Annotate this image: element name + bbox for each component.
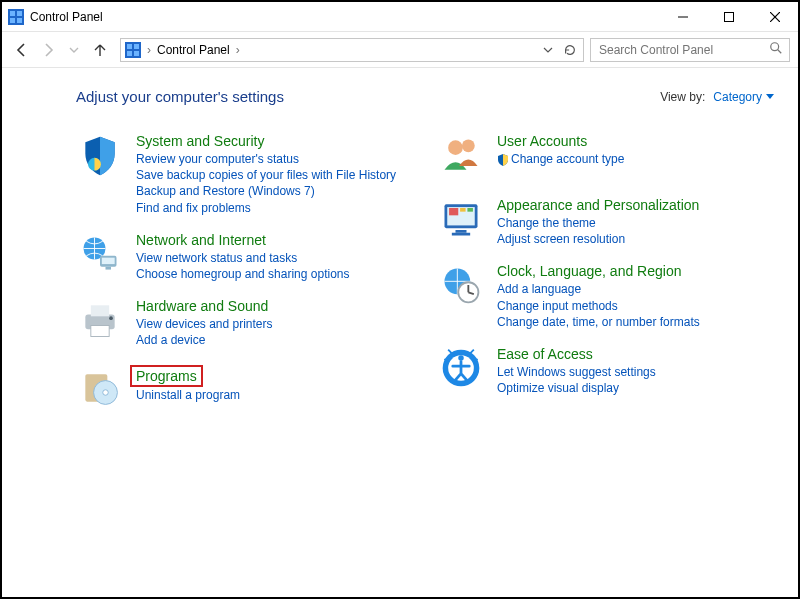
right-column: User Accounts Change account type Appear…	[437, 133, 774, 429]
category-link[interactable]: Add a language	[497, 281, 774, 297]
category-link[interactable]: Save backup copies of your files with Fi…	[136, 167, 413, 183]
back-button[interactable]	[10, 38, 34, 62]
search-icon	[769, 41, 783, 58]
category-link[interactable]: Review your computer's status	[136, 151, 413, 167]
people-icon	[437, 133, 485, 181]
window-title: Control Panel	[30, 10, 103, 24]
svg-rect-22	[91, 305, 109, 316]
category-link[interactable]: Change input methods	[497, 298, 774, 314]
category-title[interactable]: User Accounts	[497, 133, 587, 149]
shield-icon	[76, 133, 124, 181]
maximize-button[interactable]	[706, 2, 752, 32]
printer-icon	[76, 298, 124, 346]
category-title[interactable]: Programs	[136, 368, 197, 384]
titlebar: Control Panel	[2, 2, 798, 32]
category-programs: Programs Uninstall a program	[76, 365, 413, 413]
category-title[interactable]: Hardware and Sound	[136, 298, 268, 314]
refresh-button[interactable]	[561, 43, 579, 57]
category-link[interactable]: View network status and tasks	[136, 250, 413, 266]
svg-rect-2	[17, 11, 22, 16]
category-link[interactable]: Optimize visual display	[497, 380, 774, 396]
address-bar[interactable]: › Control Panel ›	[120, 38, 584, 62]
ease-of-access-icon	[437, 346, 485, 394]
category-link[interactable]: Uninstall a program	[136, 387, 413, 403]
svg-rect-34	[449, 208, 458, 215]
svg-rect-20	[106, 267, 112, 270]
search-input[interactable]	[597, 42, 765, 58]
uac-shield-icon	[497, 154, 509, 166]
control-panel-crumb-icon	[125, 42, 141, 58]
svg-rect-3	[10, 18, 15, 23]
svg-rect-36	[467, 208, 473, 212]
view-by-label: View by:	[660, 90, 705, 104]
category-title[interactable]: Network and Internet	[136, 232, 266, 248]
category-link[interactable]: Change date, time, or number formats	[497, 314, 774, 330]
view-by-dropdown[interactable]: Category	[713, 90, 774, 104]
svg-rect-1	[10, 11, 15, 16]
category-system-security: System and Security Review your computer…	[76, 133, 413, 216]
svg-line-15	[778, 50, 782, 54]
category-link[interactable]: Find and fix problems	[136, 200, 413, 216]
category-link[interactable]: Change the theme	[497, 215, 774, 231]
category-user-accounts: User Accounts Change account type	[437, 133, 774, 181]
category-link[interactable]: View devices and printers	[136, 316, 413, 332]
svg-rect-33	[452, 233, 470, 236]
monitor-theme-icon	[437, 197, 485, 245]
category-network-internet: Network and Internet View network status…	[76, 232, 413, 282]
svg-point-14	[771, 43, 779, 51]
breadcrumb-separator: ›	[145, 43, 153, 57]
forward-button[interactable]	[36, 38, 60, 62]
recent-locations-button[interactable]	[62, 38, 86, 62]
clock-globe-icon	[437, 263, 485, 311]
category-clock-language-region: Clock, Language, and Region Add a langua…	[437, 263, 774, 330]
svg-point-29	[462, 139, 475, 152]
svg-point-27	[103, 389, 109, 395]
svg-point-24	[109, 316, 113, 320]
svg-point-43	[458, 355, 464, 361]
category-link[interactable]: Let Windows suggest settings	[497, 364, 774, 380]
control-panel-icon	[8, 9, 24, 25]
heading-row: Adjust your computer's settings View by:…	[76, 88, 774, 105]
category-hardware-sound: Hardware and Sound View devices and prin…	[76, 298, 413, 348]
category-title[interactable]: Ease of Access	[497, 346, 593, 362]
breadcrumb-separator: ›	[234, 43, 242, 57]
svg-rect-23	[91, 326, 109, 337]
minimize-button[interactable]	[660, 2, 706, 32]
search-box[interactable]	[590, 38, 790, 62]
svg-point-28	[448, 140, 463, 155]
disc-box-icon	[76, 365, 124, 413]
category-link[interactable]: Adjust screen resolution	[497, 231, 774, 247]
svg-rect-12	[127, 51, 132, 56]
close-button[interactable]	[752, 2, 798, 32]
category-link[interactable]: Add a device	[136, 332, 413, 348]
content-area: Adjust your computer's settings View by:…	[2, 68, 798, 429]
svg-rect-13	[134, 51, 139, 56]
svg-rect-35	[460, 208, 466, 212]
category-title[interactable]: Clock, Language, and Region	[497, 263, 681, 279]
view-by-value: Category	[713, 90, 762, 104]
svg-rect-4	[17, 18, 22, 23]
category-link[interactable]: Change account type	[497, 151, 774, 167]
breadcrumb-item[interactable]: Control Panel	[157, 43, 230, 57]
category-title[interactable]: System and Security	[136, 133, 264, 149]
category-link[interactable]: Backup and Restore (Windows 7)	[136, 183, 413, 199]
navigation-row: › Control Panel ›	[2, 32, 798, 68]
globe-network-icon	[76, 232, 124, 280]
svg-rect-6	[725, 12, 734, 21]
svg-rect-10	[127, 44, 132, 49]
category-ease-of-access: Ease of Access Let Windows suggest setti…	[437, 346, 774, 396]
category-title[interactable]: Appearance and Personalization	[497, 197, 699, 213]
svg-rect-19	[102, 257, 115, 263]
svg-rect-11	[134, 44, 139, 49]
up-button[interactable]	[88, 38, 112, 62]
svg-rect-32	[456, 230, 467, 233]
chevron-down-icon	[766, 94, 774, 99]
page-heading: Adjust your computer's settings	[76, 88, 284, 105]
category-link[interactable]: Choose homegroup and sharing options	[136, 266, 413, 282]
highlighted-programs-box: Programs	[130, 365, 203, 387]
left-column: System and Security Review your computer…	[76, 133, 413, 429]
address-dropdown-button[interactable]	[539, 45, 557, 55]
category-appearance: Appearance and Personalization Change th…	[437, 197, 774, 247]
